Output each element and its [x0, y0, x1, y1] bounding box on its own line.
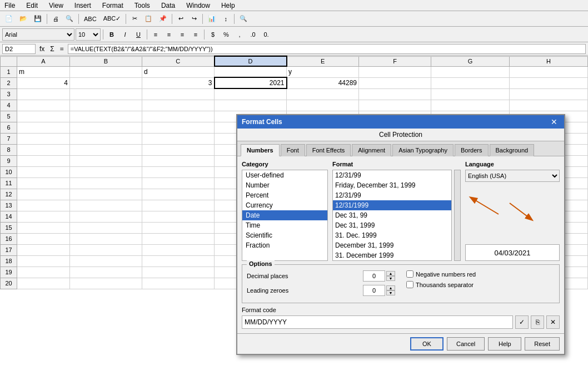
cell-E2[interactable]: 44289	[287, 77, 359, 88]
save-btn[interactable]: 💾	[31, 13, 44, 25]
chart-btn[interactable]: 📊	[205, 13, 218, 25]
row-header-17[interactable]: 17	[1, 244, 17, 255]
col-header-E[interactable]: E	[287, 56, 359, 66]
currency-btn[interactable]: $	[207, 28, 219, 41]
row-header-2[interactable]: 2	[1, 77, 17, 88]
italic-btn[interactable]: I	[119, 28, 131, 41]
format-item-1[interactable]: Friday, December 31, 1999	[333, 180, 451, 190]
category-time[interactable]: Time	[242, 220, 327, 230]
find-btn[interactable]: 🔍	[237, 13, 250, 25]
row-header-9[interactable]: 9	[1, 155, 17, 166]
menu-format[interactable]: Format	[100, 1, 126, 10]
category-list[interactable]: User-defined Number Percent Currency Dat…	[242, 170, 328, 261]
cell-B1[interactable]	[70, 66, 142, 77]
dialog-close-btn[interactable]: ✕	[549, 117, 560, 126]
format-item-8[interactable]: 31. December 1999	[333, 250, 451, 260]
col-header-B[interactable]: B	[70, 56, 142, 66]
comma-btn[interactable]: ,	[233, 28, 246, 41]
row-header-16[interactable]: 16	[1, 233, 17, 244]
col-header-F[interactable]: F	[359, 56, 431, 66]
format-code-apply-btn[interactable]: ✓	[515, 315, 529, 329]
cell-H1[interactable]	[510, 66, 588, 77]
sum-btn[interactable]: Σ	[48, 45, 56, 53]
row-header-6[interactable]: 6	[1, 122, 17, 133]
row-header-4[interactable]: 4	[1, 100, 17, 111]
underline-btn[interactable]: U	[132, 28, 144, 41]
tab-asian-typography[interactable]: Asian Typography	[392, 144, 454, 156]
category-currency[interactable]: Currency	[242, 200, 327, 210]
decrease-decimal-btn[interactable]: 0.	[260, 28, 272, 41]
row-header-7[interactable]: 7	[1, 133, 17, 144]
menu-edit[interactable]: Edit	[24, 1, 40, 10]
language-select[interactable]: English (USA)	[465, 170, 560, 182]
cell-G2[interactable]	[431, 77, 510, 88]
new-btn[interactable]: 📄	[2, 13, 16, 25]
menu-window[interactable]: Window	[184, 1, 212, 10]
format-item-6[interactable]: 31. Dec. 1999	[333, 230, 451, 240]
category-percent[interactable]: Percent	[242, 190, 327, 200]
row-header-12[interactable]: 12	[1, 189, 17, 200]
col-header-D[interactable]: D	[215, 56, 287, 66]
equals-btn[interactable]: =	[58, 45, 66, 53]
tab-borders[interactable]: Borders	[455, 144, 489, 156]
undo-btn[interactable]: ↩	[175, 13, 187, 25]
menu-insert[interactable]: Insert	[72, 1, 93, 10]
row-header-20[interactable]: 20	[1, 278, 17, 289]
cell-A1[interactable]: m	[17, 66, 70, 77]
leading-zeroes-down[interactable]: ▼	[386, 290, 395, 295]
menu-view[interactable]: View	[47, 1, 66, 10]
cell-B2[interactable]	[70, 77, 142, 88]
cell-F2[interactable]	[359, 77, 431, 88]
print-btn[interactable]: 🖨	[49, 13, 62, 25]
row-header-13[interactable]: 13	[1, 200, 17, 211]
spell-btn[interactable]: ABC	[81, 13, 99, 25]
format-item-4[interactable]: Dec 31, 99	[333, 210, 451, 220]
cancel-button[interactable]: Cancel	[447, 337, 485, 351]
cut-btn[interactable]: ✂	[128, 13, 141, 25]
row-header-10[interactable]: 10	[1, 166, 17, 177]
cell-D2[interactable]: 2021	[215, 77, 287, 88]
percent-btn[interactable]: %	[220, 28, 232, 41]
formula-input[interactable]: =VALUE(TEXT(B2&"/"&A2&"/"&F2;"MM/DD/YYYY…	[68, 44, 586, 54]
align-left-btn[interactable]: ≡	[150, 28, 162, 41]
decimal-places-down[interactable]: ▼	[386, 276, 395, 281]
font-family-select[interactable]: Arial	[2, 28, 74, 41]
menu-tools[interactable]: Tools	[132, 1, 152, 10]
tab-font-effects[interactable]: Font Effects	[306, 144, 351, 156]
leading-zeroes-input[interactable]	[363, 285, 385, 296]
cell-E1[interactable]: y	[287, 66, 359, 77]
negative-numbers-checkbox[interactable]	[406, 270, 413, 278]
col-header-H[interactable]: H	[510, 56, 588, 66]
ok-button[interactable]: OK	[410, 337, 444, 351]
category-user-defined[interactable]: User-defined	[242, 170, 327, 180]
menu-help[interactable]: Help	[219, 1, 237, 10]
format-item-5[interactable]: Dec 31, 1999	[333, 220, 451, 230]
preview-btn[interactable]: 🔍	[63, 13, 76, 25]
align-center-btn[interactable]: ≡	[163, 28, 175, 41]
row-header-15[interactable]: 15	[1, 222, 17, 233]
tab-alignment[interactable]: Alignment	[352, 144, 391, 156]
tab-background[interactable]: Background	[490, 144, 535, 156]
row-header-19[interactable]: 19	[1, 267, 17, 278]
cell-C2[interactable]: 3	[142, 77, 215, 88]
row-header-8[interactable]: 8	[1, 144, 17, 155]
category-fraction[interactable]: Fraction	[242, 240, 327, 250]
format-code-copy-btn[interactable]: ⎘	[531, 315, 544, 329]
thousands-separator-checkbox[interactable]	[406, 281, 413, 288]
copy-btn[interactable]: 📋	[142, 13, 155, 25]
cell-A2[interactable]: 4	[17, 77, 70, 88]
spell2-btn[interactable]: ABC✓	[101, 13, 124, 25]
bold-btn[interactable]: B	[106, 28, 118, 41]
format-code-delete-btn[interactable]: ✕	[546, 315, 560, 329]
cell-F1[interactable]	[359, 66, 431, 77]
decimal-places-up[interactable]: ▲	[386, 271, 395, 276]
font-size-select[interactable]: 10	[76, 28, 101, 41]
open-btn[interactable]: 📂	[17, 13, 30, 25]
col-header-C[interactable]: C	[142, 56, 215, 66]
format-item-2[interactable]: 12/31/99	[333, 190, 451, 200]
sort-btn[interactable]: ↕	[220, 13, 232, 25]
format-list[interactable]: 12/31/99 Friday, December 31, 1999 12/31…	[332, 170, 452, 261]
format-item-7[interactable]: December 31, 1999	[333, 240, 451, 250]
align-right-btn[interactable]: ≡	[176, 28, 188, 41]
leading-zeroes-up[interactable]: ▲	[386, 285, 395, 290]
